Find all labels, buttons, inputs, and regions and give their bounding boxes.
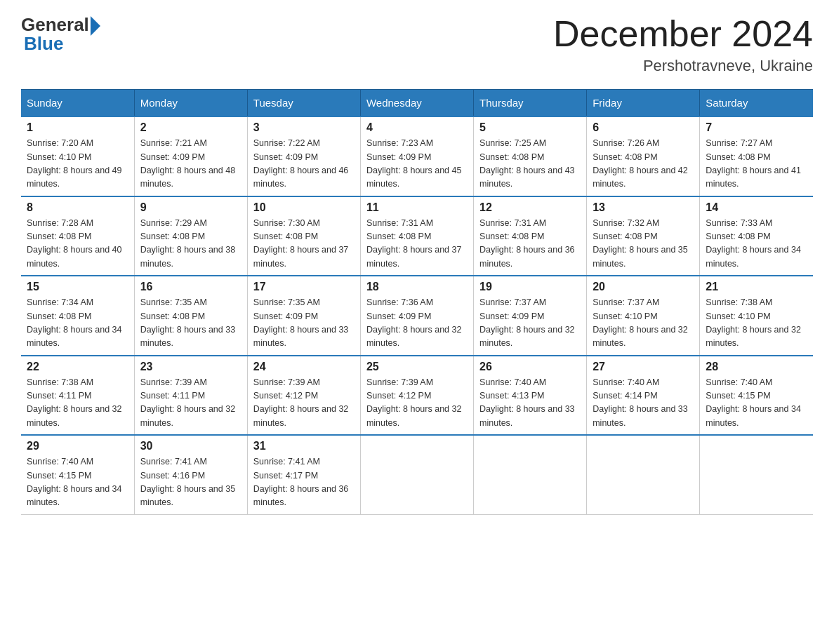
- day-number: 6: [593, 121, 694, 134]
- day-number: 29: [27, 440, 128, 452]
- table-row: 21 Sunrise: 7:38 AMSunset: 4:10 PMDaylig…: [700, 276, 813, 356]
- day-info: Sunrise: 7:39 AMSunset: 4:12 PMDaylight:…: [253, 376, 355, 431]
- day-info: Sunrise: 7:38 AMSunset: 4:11 PMDaylight:…: [27, 376, 128, 431]
- calendar-header-row: Sunday Monday Tuesday Wednesday Thursday…: [21, 90, 813, 117]
- table-row: 2 Sunrise: 7:21 AMSunset: 4:09 PMDayligh…: [134, 116, 247, 196]
- day-info: Sunrise: 7:40 AMSunset: 4:15 PMDaylight:…: [706, 376, 807, 431]
- table-row: 6 Sunrise: 7:26 AMSunset: 4:08 PMDayligh…: [587, 116, 700, 196]
- header-thursday: Thursday: [474, 90, 587, 117]
- day-info: Sunrise: 7:35 AMSunset: 4:09 PMDaylight:…: [253, 296, 355, 351]
- logo-triangle-icon: [91, 16, 100, 36]
- day-info: Sunrise: 7:39 AMSunset: 4:11 PMDaylight:…: [140, 376, 241, 431]
- table-row: 24 Sunrise: 7:39 AMSunset: 4:12 PMDaylig…: [247, 356, 360, 436]
- day-info: Sunrise: 7:40 AMSunset: 4:13 PMDaylight:…: [479, 376, 581, 431]
- day-number: 2: [140, 121, 241, 134]
- day-info: Sunrise: 7:32 AMSunset: 4:08 PMDaylight:…: [593, 217, 694, 271]
- table-row: 11 Sunrise: 7:31 AMSunset: 4:08 PMDaylig…: [360, 196, 473, 276]
- table-row: 4 Sunrise: 7:23 AMSunset: 4:09 PMDayligh…: [360, 116, 473, 196]
- table-row: 23 Sunrise: 7:39 AMSunset: 4:11 PMDaylig…: [134, 356, 247, 436]
- calendar-week-row: 8 Sunrise: 7:28 AMSunset: 4:08 PMDayligh…: [21, 196, 813, 276]
- logo-blue-text: Blue: [24, 33, 63, 55]
- table-row: 30 Sunrise: 7:41 AMSunset: 4:16 PMDaylig…: [134, 435, 247, 514]
- day-info: Sunrise: 7:30 AMSunset: 4:08 PMDaylight:…: [253, 217, 355, 271]
- table-row: 26 Sunrise: 7:40 AMSunset: 4:13 PMDaylig…: [474, 356, 587, 436]
- day-number: 31: [253, 440, 355, 452]
- header-wednesday: Wednesday: [360, 90, 473, 117]
- table-row: 22 Sunrise: 7:38 AMSunset: 4:11 PMDaylig…: [21, 356, 134, 436]
- calendar-week-row: 29 Sunrise: 7:40 AMSunset: 4:15 PMDaylig…: [21, 435, 813, 514]
- day-info: Sunrise: 7:37 AMSunset: 4:10 PMDaylight:…: [593, 296, 694, 351]
- table-row: 5 Sunrise: 7:25 AMSunset: 4:08 PMDayligh…: [474, 116, 587, 196]
- day-number: 30: [140, 440, 241, 452]
- table-row: 28 Sunrise: 7:40 AMSunset: 4:15 PMDaylig…: [700, 356, 813, 436]
- day-info: Sunrise: 7:29 AMSunset: 4:08 PMDaylight:…: [140, 217, 241, 271]
- day-number: 18: [366, 281, 468, 293]
- day-number: 24: [253, 361, 355, 373]
- table-row: [700, 435, 813, 514]
- title-block: December 2024 Pershotravneve, Ukraine: [553, 14, 813, 75]
- day-number: 1: [27, 121, 128, 134]
- table-row: 15 Sunrise: 7:34 AMSunset: 4:08 PMDaylig…: [21, 276, 134, 356]
- day-info: Sunrise: 7:23 AMSunset: 4:09 PMDaylight:…: [366, 137, 468, 192]
- day-info: Sunrise: 7:34 AMSunset: 4:08 PMDaylight:…: [27, 296, 128, 351]
- day-number: 7: [706, 121, 807, 134]
- table-row: 14 Sunrise: 7:33 AMSunset: 4:08 PMDaylig…: [700, 196, 813, 276]
- table-row: 9 Sunrise: 7:29 AMSunset: 4:08 PMDayligh…: [134, 196, 247, 276]
- table-row: 13 Sunrise: 7:32 AMSunset: 4:08 PMDaylig…: [587, 196, 700, 276]
- month-title: December 2024: [553, 14, 813, 54]
- table-row: 7 Sunrise: 7:27 AMSunset: 4:08 PMDayligh…: [700, 116, 813, 196]
- header-saturday: Saturday: [700, 90, 813, 117]
- day-info: Sunrise: 7:31 AMSunset: 4:08 PMDaylight:…: [366, 217, 468, 271]
- day-info: Sunrise: 7:31 AMSunset: 4:08 PMDaylight:…: [479, 217, 581, 271]
- day-number: 14: [706, 201, 807, 214]
- day-number: 26: [479, 361, 581, 373]
- table-row: 18 Sunrise: 7:36 AMSunset: 4:09 PMDaylig…: [360, 276, 473, 356]
- day-number: 13: [593, 201, 694, 214]
- table-row: 10 Sunrise: 7:30 AMSunset: 4:08 PMDaylig…: [247, 196, 360, 276]
- day-number: 20: [593, 281, 694, 293]
- day-info: Sunrise: 7:21 AMSunset: 4:09 PMDaylight:…: [140, 137, 241, 192]
- day-info: Sunrise: 7:26 AMSunset: 4:08 PMDaylight:…: [593, 137, 694, 192]
- day-number: 3: [253, 121, 355, 134]
- day-info: Sunrise: 7:40 AMSunset: 4:15 PMDaylight:…: [27, 455, 128, 510]
- table-row: 12 Sunrise: 7:31 AMSunset: 4:08 PMDaylig…: [474, 196, 587, 276]
- table-row: 29 Sunrise: 7:40 AMSunset: 4:15 PMDaylig…: [21, 435, 134, 514]
- header-sunday: Sunday: [21, 90, 134, 117]
- day-number: 28: [706, 361, 807, 373]
- day-info: Sunrise: 7:41 AMSunset: 4:16 PMDaylight:…: [140, 455, 241, 510]
- calendar-table: Sunday Monday Tuesday Wednesday Thursday…: [21, 89, 813, 515]
- table-row: [360, 435, 473, 514]
- page-header: General Blue December 2024 Pershotravnev…: [21, 14, 813, 75]
- day-info: Sunrise: 7:20 AMSunset: 4:10 PMDaylight:…: [27, 137, 128, 192]
- day-info: Sunrise: 7:28 AMSunset: 4:08 PMDaylight:…: [27, 217, 128, 271]
- day-info: Sunrise: 7:41 AMSunset: 4:17 PMDaylight:…: [253, 455, 355, 510]
- table-row: 20 Sunrise: 7:37 AMSunset: 4:10 PMDaylig…: [587, 276, 700, 356]
- table-row: 17 Sunrise: 7:35 AMSunset: 4:09 PMDaylig…: [247, 276, 360, 356]
- table-row: 8 Sunrise: 7:28 AMSunset: 4:08 PMDayligh…: [21, 196, 134, 276]
- day-number: 23: [140, 361, 241, 373]
- day-number: 25: [366, 361, 468, 373]
- header-monday: Monday: [134, 90, 247, 117]
- day-number: 9: [140, 201, 241, 214]
- day-info: Sunrise: 7:36 AMSunset: 4:09 PMDaylight:…: [366, 296, 468, 351]
- table-row: 31 Sunrise: 7:41 AMSunset: 4:17 PMDaylig…: [247, 435, 360, 514]
- day-number: 5: [479, 121, 581, 134]
- table-row: [474, 435, 587, 514]
- table-row: 3 Sunrise: 7:22 AMSunset: 4:09 PMDayligh…: [247, 116, 360, 196]
- day-info: Sunrise: 7:27 AMSunset: 4:08 PMDaylight:…: [706, 137, 807, 192]
- day-info: Sunrise: 7:38 AMSunset: 4:10 PMDaylight:…: [706, 296, 807, 351]
- day-info: Sunrise: 7:37 AMSunset: 4:09 PMDaylight:…: [479, 296, 581, 351]
- calendar-week-row: 1 Sunrise: 7:20 AMSunset: 4:10 PMDayligh…: [21, 116, 813, 196]
- day-info: Sunrise: 7:35 AMSunset: 4:08 PMDaylight:…: [140, 296, 241, 351]
- table-row: 25 Sunrise: 7:39 AMSunset: 4:12 PMDaylig…: [360, 356, 473, 436]
- day-number: 21: [706, 281, 807, 293]
- day-number: 12: [479, 201, 581, 214]
- day-info: Sunrise: 7:33 AMSunset: 4:08 PMDaylight:…: [706, 217, 807, 271]
- day-number: 11: [366, 201, 468, 214]
- day-info: Sunrise: 7:22 AMSunset: 4:09 PMDaylight:…: [253, 137, 355, 192]
- table-row: 16 Sunrise: 7:35 AMSunset: 4:08 PMDaylig…: [134, 276, 247, 356]
- day-number: 27: [593, 361, 694, 373]
- day-number: 4: [366, 121, 468, 134]
- table-row: 27 Sunrise: 7:40 AMSunset: 4:14 PMDaylig…: [587, 356, 700, 436]
- logo: General Blue: [21, 14, 100, 55]
